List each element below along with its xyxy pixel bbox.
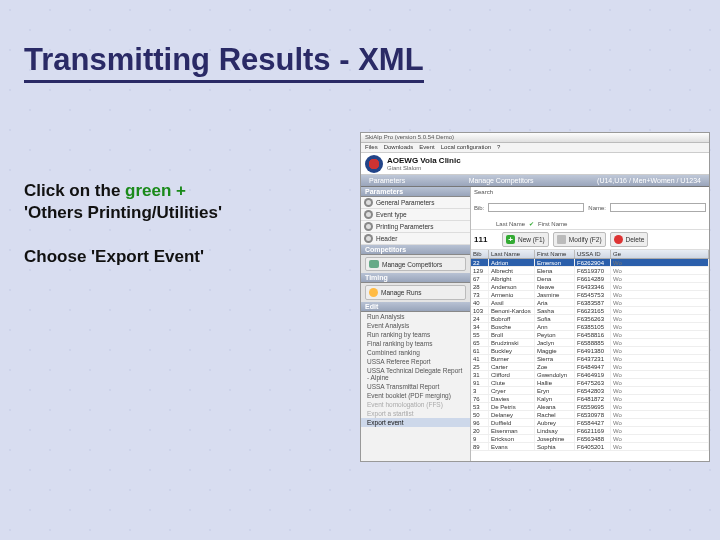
table-row[interactable]: 67AlbrightDenaF6614289Wo bbox=[471, 275, 709, 283]
check-icon: ✔ bbox=[529, 220, 534, 227]
edit-item[interactable]: Event Analysis bbox=[361, 321, 470, 330]
menu-event[interactable]: Event bbox=[419, 144, 434, 151]
window-titlebar: SkiAlp Pro (version 5.0.54 Demo) bbox=[361, 133, 709, 143]
gear-icon bbox=[364, 234, 373, 243]
col-bib[interactable]: Bib bbox=[471, 250, 489, 258]
search-name-label: Name: bbox=[588, 205, 606, 211]
table-row[interactable]: 24BobroffSofiaF6356263Wo bbox=[471, 315, 709, 323]
param-printing[interactable]: Printing Parameters bbox=[361, 221, 470, 233]
table-row[interactable]: 76DaviesKalynF6481872Wo bbox=[471, 395, 709, 403]
col-lastname[interactable]: Last Name bbox=[489, 250, 535, 258]
table-row[interactable]: 22AdrionEmersonF6262904Wo bbox=[471, 259, 709, 267]
plus-icon: + bbox=[506, 235, 515, 244]
search-bib-input[interactable] bbox=[488, 203, 584, 212]
search-lastname-label: Last Name bbox=[496, 221, 525, 227]
col-ussaid[interactable]: USSA ID bbox=[575, 250, 611, 258]
menu-downloads[interactable]: Downloads bbox=[384, 144, 414, 151]
table-row[interactable]: 129AlbrechtElenaF6519370Wo bbox=[471, 267, 709, 275]
menu-files[interactable]: Files bbox=[365, 144, 378, 151]
table-body[interactable]: 22AdrionEmersonF6262904Wo129AlbrechtElen… bbox=[471, 259, 709, 461]
search-firstname-label: First Name bbox=[538, 221, 567, 227]
search-bib-label: Bib: bbox=[474, 205, 484, 211]
edit-item[interactable]: USSA Referee Report bbox=[361, 357, 470, 366]
usa-logo-icon bbox=[365, 155, 383, 173]
table-row[interactable]: 28AndersonNeaveF6433346Wo bbox=[471, 283, 709, 291]
table-row[interactable]: 40AssilAriaF6383587Wo bbox=[471, 299, 709, 307]
tab-parameters[interactable]: Parameters bbox=[365, 177, 409, 184]
table-row[interactable]: 9EricksonJosephineF6563488Wo bbox=[471, 435, 709, 443]
table-row[interactable]: 34BoscheAnnF6385105Wo bbox=[471, 323, 709, 331]
table-row[interactable]: 20EisenmanLindsayF6621169Wo bbox=[471, 427, 709, 435]
app-window: SkiAlp Pro (version 5.0.54 Demo) Files D… bbox=[360, 132, 710, 462]
param-event-type[interactable]: Event type bbox=[361, 209, 470, 221]
edit-panel: Run AnalysisEvent AnalysisRun ranking by… bbox=[361, 312, 470, 461]
menubar: Files Downloads Event Local configuratio… bbox=[361, 143, 709, 153]
edit-item[interactable]: Combined ranking bbox=[361, 348, 470, 357]
gear-icon bbox=[364, 210, 373, 219]
table-row[interactable]: 65BrudzinskiJaclynF6588885Wo bbox=[471, 339, 709, 347]
manage-competitors-button[interactable]: Manage Competitors bbox=[365, 257, 466, 271]
table-row[interactable]: 53De PetrisAleanaF6559695Wo bbox=[471, 403, 709, 411]
menu-help[interactable]: ? bbox=[497, 144, 500, 151]
search-name-input[interactable] bbox=[610, 203, 706, 212]
table-row[interactable]: 25CarterZoeF6484947Wo bbox=[471, 363, 709, 371]
table-row[interactable]: 3CryerErynF6542803Wo bbox=[471, 387, 709, 395]
slide-body: Click on the green + 'Others Printing/Ut… bbox=[24, 180, 334, 290]
delete-button[interactable]: Delete bbox=[610, 232, 649, 247]
table-row[interactable]: 89EvansSophiaF6405201Wo bbox=[471, 443, 709, 451]
gear-icon bbox=[364, 222, 373, 231]
search-row: Search Bib: Name: Last Name ✔ First Name bbox=[471, 187, 709, 230]
table-row[interactable]: 55BrollPeytonF6458816Wo bbox=[471, 331, 709, 339]
table-row[interactable]: 91CluteHallieF6475263Wo bbox=[471, 379, 709, 387]
table-row[interactable]: 103Benoni-KardosSashaF6623165Wo bbox=[471, 307, 709, 315]
instr-line2: 'Others Printing/Utilities' bbox=[24, 203, 222, 222]
manage-runs-button[interactable]: Manage Runs bbox=[365, 285, 466, 300]
menu-localconfig[interactable]: Local configuration bbox=[441, 144, 491, 151]
edit-item: Event homologation (FFS) bbox=[361, 400, 470, 409]
param-header[interactable]: Header bbox=[361, 233, 470, 245]
app-header: AOEWG Vola Clinic Giant Slalom bbox=[361, 153, 709, 175]
competitor-grid-panel: Search Bib: Name: Last Name ✔ First Name… bbox=[471, 187, 709, 461]
instr-line3: Choose 'Export Event' bbox=[24, 247, 204, 266]
edit-item[interactable]: USSA Transmittal Report bbox=[361, 382, 470, 391]
instr-line1a: Click on the bbox=[24, 181, 125, 200]
left-sidebar: Parameters General Parameters Event type… bbox=[361, 187, 471, 461]
edit-item[interactable]: Event booklet (PDF merging) bbox=[361, 391, 470, 400]
delete-icon bbox=[614, 235, 623, 244]
edit-item[interactable]: Final ranking by teams bbox=[361, 339, 470, 348]
clock-icon bbox=[369, 288, 378, 297]
tab-manage-competitors[interactable]: Manage Competitors bbox=[465, 177, 538, 184]
modify-button[interactable]: Modify (F2) bbox=[553, 232, 606, 247]
edit-item[interactable]: Run Analysis bbox=[361, 312, 470, 321]
table-row[interactable]: 31CliffordGwendolynF6464919Wo bbox=[471, 371, 709, 379]
section-timing: Timing bbox=[361, 273, 470, 283]
param-general[interactable]: General Parameters bbox=[361, 197, 470, 209]
edit-item[interactable]: USSA Technical Delegate Report - Alpine bbox=[361, 366, 470, 382]
table-header: Bib Last Name First Name USSA ID Ge bbox=[471, 250, 709, 259]
instr-green-plus: green + bbox=[125, 181, 186, 200]
event-name: AOEWG Vola Clinic bbox=[387, 156, 461, 165]
gear-icon bbox=[364, 198, 373, 207]
table-row[interactable]: 50DelaneyRachelF6530978Wo bbox=[471, 411, 709, 419]
col-firstname[interactable]: First Name bbox=[535, 250, 575, 258]
section-parameters: Parameters bbox=[361, 187, 470, 197]
tab-category-filter[interactable]: (U14,U16 / Men+Women / U1234 bbox=[593, 177, 705, 184]
col-gender[interactable]: Ge bbox=[611, 250, 709, 258]
search-label: Search bbox=[474, 189, 493, 195]
table-row[interactable]: 41BurnerSierraF6437231Wo bbox=[471, 355, 709, 363]
new-button[interactable]: +New (F1) bbox=[502, 232, 549, 247]
edit-item[interactable]: Run ranking by teams bbox=[361, 330, 470, 339]
table-row[interactable]: 61BuckleyMaggieF6491380Wo bbox=[471, 347, 709, 355]
edit-item: Export a startlist bbox=[361, 409, 470, 418]
competitor-count: 111 bbox=[474, 235, 498, 244]
section-competitors: Competitors bbox=[361, 245, 470, 255]
event-discipline: Giant Slalom bbox=[387, 165, 461, 171]
section-edit: Edit bbox=[361, 302, 470, 312]
table-row[interactable]: 73ArmenioJasmineF6545753Wo bbox=[471, 291, 709, 299]
grid-action-row: 111 +New (F1) Modify (F2) Delete bbox=[471, 230, 709, 250]
edit-item[interactable]: Export event bbox=[361, 418, 470, 427]
slide-title: Transmitting Results - XML bbox=[24, 42, 424, 83]
wrench-icon bbox=[557, 235, 566, 244]
main-tabstrip: Parameters Manage Competitors (U14,U16 /… bbox=[361, 175, 709, 187]
table-row[interactable]: 96DuffieldAubreyF6584427Wo bbox=[471, 419, 709, 427]
